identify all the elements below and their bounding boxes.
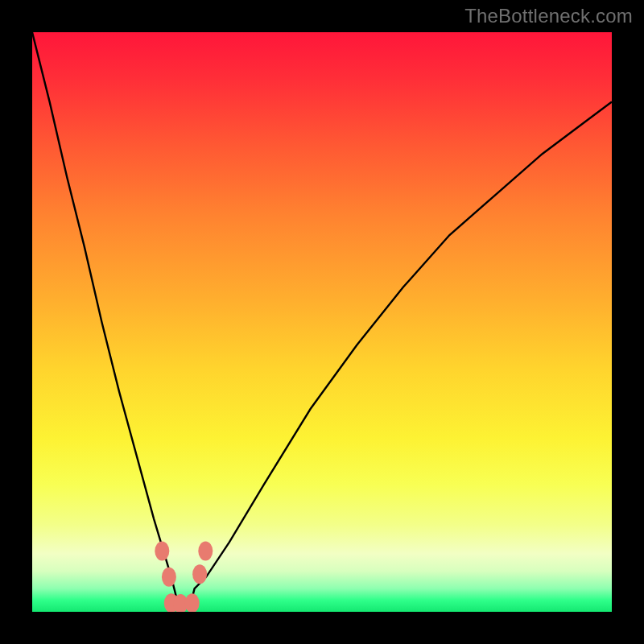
watermark-text: TheBottleneck.com [464,5,633,27]
bottleneck-curve [32,32,612,601]
plot-area [32,32,612,612]
marker-bottom-c [185,593,200,612]
curve-layer [32,32,612,612]
marker-right-lower [192,564,207,584]
curve-markers [155,541,213,612]
marker-right-upper [198,541,213,560]
marker-left-lower [162,568,176,587]
chart-frame: TheBottleneck.com [0,0,644,644]
marker-left-upper [155,541,169,560]
